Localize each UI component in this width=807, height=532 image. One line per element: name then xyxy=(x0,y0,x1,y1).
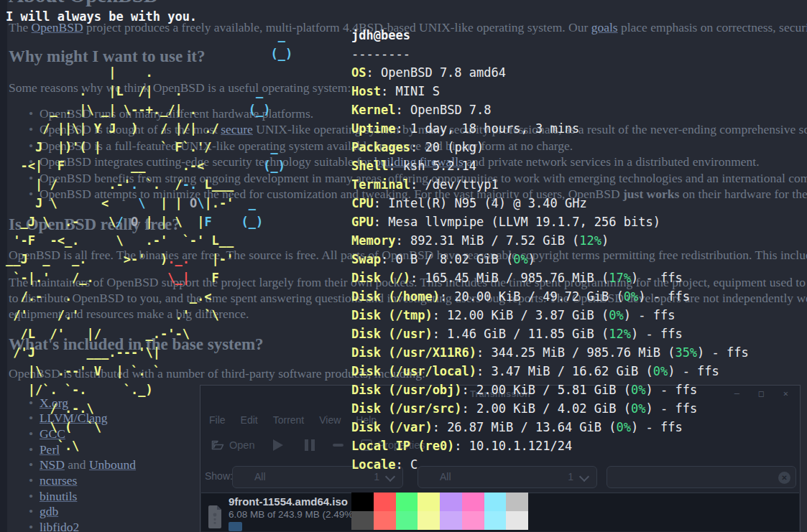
search-input[interactable] xyxy=(613,468,773,486)
browser-link[interactable]: Unbound xyxy=(89,457,136,472)
browser-heading: Is OpenBSD really free? xyxy=(9,215,180,234)
browser-text: OpenBSD is distributed with a number of … xyxy=(9,366,425,381)
browser-text: Some reasons why we think OpenBSD is a u… xyxy=(9,80,351,95)
tracker-filter-dropdown[interactable]: All 1 xyxy=(418,466,597,488)
bullet: • xyxy=(29,187,40,201)
pause-torrent-icon[interactable] xyxy=(305,439,308,451)
browser-text: and xyxy=(65,457,89,472)
browser-text: What's included in the base system? xyxy=(9,335,264,353)
menu-torrent[interactable]: Torrent xyxy=(273,414,305,426)
transmission-titlebar[interactable]: Transmission – □ ✕ xyxy=(200,386,800,401)
browser-list-item: • NSD and Unbound xyxy=(29,457,136,472)
bullet: • xyxy=(29,411,40,425)
properties-button-label: Properties xyxy=(377,439,425,451)
bullet: • xyxy=(29,171,40,185)
browser-text: Is OpenBSD really free? xyxy=(9,215,180,233)
close-icon[interactable]: ✕ xyxy=(783,388,788,398)
browser-link[interactable]: building firewalls xyxy=(374,154,464,169)
browser-link[interactable]: Perl xyxy=(40,442,60,457)
browser-list-item: • ncurses xyxy=(29,473,77,488)
bullet: • xyxy=(29,520,40,532)
browser-paragraph-line: The OpenBSD project produces a freely av… xyxy=(9,20,807,35)
browser-paragraph-line: The maintainers of OpenBSD support the p… xyxy=(9,275,807,290)
open-torrent-button[interactable]: Open xyxy=(211,439,254,451)
bullet: • xyxy=(29,457,40,472)
browser-link[interactable]: NSD xyxy=(40,457,65,472)
torrent-status: 6.08 MB of 243.9 MB (2.49%) xyxy=(229,509,356,520)
browser-text: Why might I want to use it? xyxy=(9,47,205,65)
browser-link[interactable]: goals xyxy=(591,20,618,34)
browser-text: project produces a freely available, mul… xyxy=(83,20,591,34)
browser-list-item: • GCC xyxy=(29,426,65,442)
browser-text: OpenBSD attempts to minimize the need fo… xyxy=(40,187,623,201)
transmission-window: Transmission – □ ✕ File Edit Torrent Vie… xyxy=(200,385,801,532)
browser-link[interactable]: GCC xyxy=(40,426,65,441)
browser-link[interactable]: LLVM/Clang xyxy=(40,411,108,425)
browser-paragraph-line: OpenBSD is all free. The binaries are fr… xyxy=(9,248,807,263)
browser-link[interactable]: binutils xyxy=(40,489,78,503)
browser-paragraph-line: Some reasons why we think OpenBSD is a u… xyxy=(9,80,351,95)
desktop: About OpenBSDThe OpenBSD project produce… xyxy=(0,0,807,532)
remove-torrent-icon[interactable] xyxy=(333,444,343,447)
browser-list-item: • libfido2 xyxy=(29,520,79,532)
menu-help[interactable]: Help xyxy=(356,414,377,426)
browser-list-item: • OpenBSD integrates cutting-edge securi… xyxy=(29,154,760,169)
window-title: Transmission xyxy=(200,388,800,399)
browser-text: and private network services in a distri… xyxy=(464,154,760,169)
file-icon xyxy=(207,505,223,528)
search-box: ✕ xyxy=(607,466,796,488)
properties-button[interactable]: Properties xyxy=(361,439,425,451)
bullet: • xyxy=(29,442,40,457)
tracker-filter-count: 1 xyxy=(568,471,573,482)
menu-bar: File Edit Torrent View Help xyxy=(209,414,377,426)
browser-list-item: • gdb xyxy=(29,504,58,519)
browser-text: OpenBSD is a full-featured UNIX-like ope… xyxy=(40,139,573,153)
page-heading: About OpenBSD xyxy=(9,0,159,7)
menu-view[interactable]: View xyxy=(319,414,341,426)
browser-link[interactable]: gdb xyxy=(40,504,58,518)
minimize-icon[interactable]: – xyxy=(734,388,739,398)
properties-icon xyxy=(361,439,372,451)
start-torrent-icon[interactable] xyxy=(273,439,283,451)
browser-bold-text: just works xyxy=(623,187,679,201)
status-filter-count: 1 xyxy=(374,471,379,482)
browser-text: The maintainers of OpenBSD support the p… xyxy=(9,275,807,289)
browser-paragraph-line: OpenBSD is distributed with a number of … xyxy=(9,366,425,381)
torrent-list: 9front-11554.amd64.iso 6.08 MB of 243.9 … xyxy=(201,493,799,531)
open-folder-icon xyxy=(211,440,224,451)
bullet: • xyxy=(29,396,40,410)
torrent-row[interactable]: 9front-11554.amd64.iso 6.08 MB of 243.9 … xyxy=(201,493,799,532)
show-filter-label: Show: xyxy=(205,470,233,482)
menu-file[interactable]: File xyxy=(209,414,226,426)
browser-text: place emphasis on correctness, security,… xyxy=(618,20,807,34)
browser-list-item: • binutils xyxy=(29,489,77,504)
browser-text: About OpenBSD xyxy=(9,0,159,6)
bullet: • xyxy=(29,504,40,518)
browser-list-item: • OpenBSD attempts to minimize the need … xyxy=(29,187,807,202)
filter-bar: Show: All 1 All 1 ✕ xyxy=(200,465,800,489)
bullet: • xyxy=(29,489,40,503)
bullet: • xyxy=(29,122,40,136)
browser-text: on their hardware for their application. xyxy=(679,187,807,201)
maximize-icon[interactable]: □ xyxy=(759,388,764,398)
clear-search-icon[interactable]: ✕ xyxy=(778,472,790,484)
browser-text: The xyxy=(9,20,32,34)
browser-heading: What's included in the base system? xyxy=(9,335,264,354)
bullet: • xyxy=(29,154,40,169)
chevron-down-icon xyxy=(385,472,395,482)
tracker-filter-value: All xyxy=(440,471,451,482)
menu-edit[interactable]: Edit xyxy=(241,414,258,426)
browser-link[interactable]: X.org xyxy=(40,396,68,410)
browser-link[interactable]: OpenBSD xyxy=(32,20,83,34)
status-filter-dropdown[interactable]: All 1 xyxy=(232,466,403,488)
browser-link[interactable]: ncurses xyxy=(40,473,77,487)
browser-list-item: • X.org xyxy=(29,396,68,411)
bullet: • xyxy=(29,473,40,487)
torrent-name: 9front-11554.amd64.iso xyxy=(229,495,348,508)
browser-link[interactable]: libfido2 xyxy=(40,520,79,532)
browser-list-item: • OpenBSD is thought of as the most secu… xyxy=(29,122,807,137)
bullet: • xyxy=(29,426,40,441)
browser-text: OpenBSD integrates cutting-edge security… xyxy=(40,154,374,169)
browser-link[interactable]: secure xyxy=(221,122,253,136)
browser-list-item: • OpenBSD benefits from strong ongoing d… xyxy=(29,171,807,186)
